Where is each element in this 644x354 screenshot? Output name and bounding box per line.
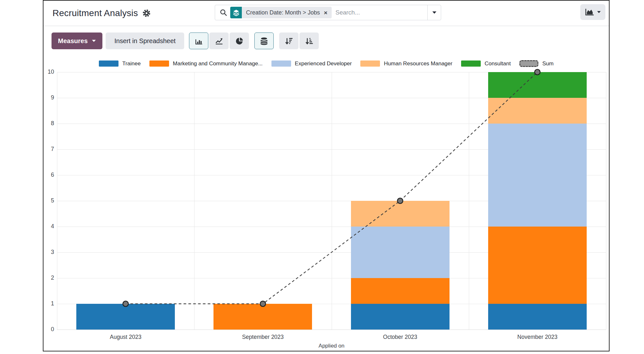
x-axis-category-label: August 2023 xyxy=(57,334,194,340)
bar-segment[interactable] xyxy=(76,304,175,330)
x-axis-category-label: November 2023 xyxy=(469,334,606,340)
bar-segment[interactable] xyxy=(351,227,450,278)
y-axis-tick-label: 1 xyxy=(43,300,54,307)
chart-area: Applied on 012345678910August 2023Septem… xyxy=(43,1,609,351)
x-axis-title: Applied on xyxy=(57,343,606,349)
gridline xyxy=(57,330,606,330)
bar-segment[interactable] xyxy=(213,304,312,330)
y-axis-tick-label: 5 xyxy=(43,197,54,204)
x-axis-category-label: October 2023 xyxy=(332,334,469,340)
y-axis-tick-label: 0 xyxy=(43,326,54,333)
gridline xyxy=(469,72,469,330)
y-axis-tick-label: 6 xyxy=(43,172,54,178)
bar-segment[interactable] xyxy=(488,98,587,124)
x-axis-category-label: September 2023 xyxy=(194,334,331,340)
bar-segment[interactable] xyxy=(351,278,450,304)
gridline xyxy=(57,72,57,330)
y-axis-tick-label: 10 xyxy=(43,69,54,75)
bar-segment[interactable] xyxy=(488,124,587,227)
y-axis-tick-label: 7 xyxy=(43,146,54,153)
y-axis-tick-label: 8 xyxy=(43,120,54,127)
bar-segment[interactable] xyxy=(488,304,587,330)
app-window: Recruitment Analysis xyxy=(43,0,610,351)
y-axis-tick-label: 2 xyxy=(43,275,54,281)
y-axis-tick-label: 3 xyxy=(43,249,54,256)
bar-segment[interactable] xyxy=(488,72,587,98)
bar-segment[interactable] xyxy=(351,304,450,330)
gridline xyxy=(332,72,332,330)
bar-segment[interactable] xyxy=(488,227,587,304)
gridline xyxy=(194,72,194,330)
y-axis-tick-label: 4 xyxy=(43,223,54,230)
y-axis-tick-label: 9 xyxy=(43,94,54,101)
gridline xyxy=(606,72,606,330)
bar-segment[interactable] xyxy=(351,201,450,227)
